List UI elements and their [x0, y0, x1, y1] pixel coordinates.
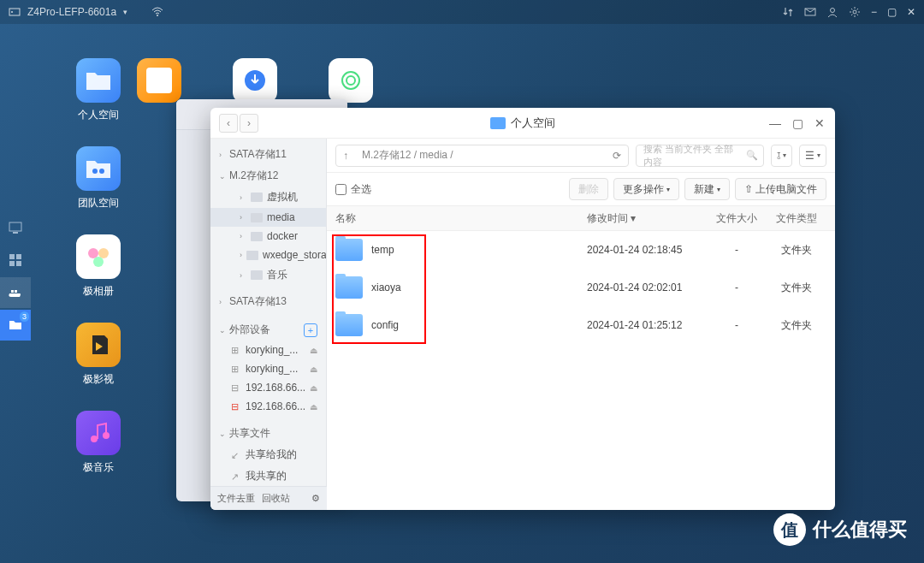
svg-point-5: [853, 10, 856, 14]
sidebar-item-vm[interactable]: ›虚拟机: [210, 187, 326, 208]
select-all-checkbox[interactable]: 全选: [335, 182, 371, 197]
svg-rect-9: [16, 254, 21, 259]
maximize-button[interactable]: ▢: [791, 116, 804, 130]
close-icon[interactable]: ✕: [907, 6, 915, 18]
file-row[interactable]: temp 2024-01-24 02:18:45 - 文件夹: [327, 231, 835, 269]
view-mode-button[interactable]: ☰▾: [799, 145, 826, 167]
svg-point-23: [346, 76, 355, 85]
hostname[interactable]: Z4Pro-LEFP-6601a: [27, 6, 116, 18]
svg-point-16: [88, 248, 98, 258]
settings-icon[interactable]: [849, 6, 861, 18]
user-icon[interactable]: [826, 6, 838, 18]
app-icon-download[interactable]: [233, 58, 277, 103]
fm-titlebar: ‹ › 个人空间 — ▢ ✕: [210, 108, 835, 139]
svg-point-1: [11, 11, 13, 13]
close-button[interactable]: ✕: [813, 116, 826, 130]
folder-icon: [335, 276, 363, 299]
svg-rect-12: [11, 290, 14, 293]
app-icon-1[interactable]: [137, 58, 181, 103]
col-date[interactable]: 修改时间 ▾: [587, 211, 707, 226]
dock-item-docker[interactable]: [0, 277, 31, 308]
desktop-icon-team[interactable]: 团队空间: [68, 146, 128, 210]
transfer-icon[interactable]: [782, 6, 794, 18]
sidebar-item-docker[interactable]: ›docker: [210, 227, 326, 246]
dedup-button[interactable]: 文件去重: [217, 492, 255, 505]
file-row[interactable]: xiaoya 2024-01-24 02:02:01 - 文件夹: [327, 269, 835, 306]
fm-toolbar: ↑ M.2存储12 / media / ⟳ 搜索 当前文件夹 全部内容 ⫱▾ ☰…: [327, 139, 835, 173]
watermark-icon: 值: [773, 513, 806, 546]
search-input[interactable]: 搜索 当前文件夹 全部内容: [636, 145, 764, 167]
svg-point-14: [92, 169, 98, 174]
add-device-button[interactable]: +: [304, 323, 317, 337]
minimize-button[interactable]: —: [768, 116, 782, 130]
fm-toolbar2: 全选 删除 更多操作▾ 新建▾ ⇧ 上传电脑文件: [327, 173, 835, 205]
svg-rect-13: [15, 290, 17, 293]
settings-gear-icon[interactable]: ⚙: [311, 493, 320, 504]
upload-button[interactable]: ⇧ 上传电脑文件: [735, 178, 826, 200]
up-button[interactable]: ↑: [343, 150, 355, 162]
svg-point-19: [91, 436, 98, 442]
app-icon-3[interactable]: [329, 58, 373, 103]
recycle-button[interactable]: 回收站: [262, 492, 290, 505]
maximize-icon[interactable]: ▢: [887, 6, 897, 18]
sidebar-item-music[interactable]: ›音乐: [210, 264, 326, 286]
folder-icon: [335, 239, 363, 261]
svg-rect-8: [9, 254, 15, 259]
sidebar-external[interactable]: ⌄外部设备+: [210, 319, 326, 341]
nav-forward-button[interactable]: ›: [240, 114, 258, 133]
sidebar-shared-to-me[interactable]: ↙共享给我的: [210, 444, 326, 465]
file-manager-window: ‹ › 个人空间 — ▢ ✕ ›SATA存储11 ⌄M.2存储12 ›虚拟机 ›…: [210, 108, 835, 510]
nav-back-button[interactable]: ‹: [219, 114, 238, 133]
svg-point-17: [98, 248, 109, 258]
svg-rect-0: [9, 9, 20, 15]
sidebar-ext-3[interactable]: ⊟192.168.66...⏏: [210, 378, 326, 397]
svg-point-22: [342, 72, 359, 89]
more-actions-button[interactable]: 更多操作▾: [613, 178, 679, 200]
col-type[interactable]: 文件类型: [767, 211, 826, 226]
dock-item-apps[interactable]: [0, 245, 31, 276]
dock-item-files[interactable]: 3: [0, 310, 31, 341]
sidebar-m2-12[interactable]: ⌄M.2存储12: [210, 165, 326, 187]
window-title: 个人空间: [490, 116, 555, 131]
sidebar-ext-1[interactable]: ⊞koryking_...⏏: [210, 341, 326, 359]
sidebar-ext-2[interactable]: ⊞koryking_...⏏: [210, 359, 326, 378]
sidebar-ext-4[interactable]: ⊟192.168.66...⏏: [210, 397, 326, 416]
sidebar-sata13[interactable]: ›SATA存储13: [210, 291, 326, 312]
folder-icon: [490, 117, 506, 129]
topbar: Z4Pro-LEFP-6601a ▾ − ▢ ✕: [0, 0, 924, 24]
desktop-icon-video[interactable]: 极影视: [68, 323, 128, 387]
desktop-icon-photos[interactable]: 极相册: [68, 234, 128, 299]
sidebar-shared-by-me[interactable]: ↗我共享的: [210, 465, 326, 486]
file-row[interactable]: config 2024-01-24 01:25:12 - 文件夹: [327, 306, 835, 344]
col-name[interactable]: 名称: [335, 211, 587, 226]
fm-sidebar: ›SATA存储11 ⌄M.2存储12 ›虚拟机 ›media ›docker ›…: [210, 139, 327, 486]
svg-point-4: [830, 9, 834, 13]
sidebar-shared[interactable]: ⌄共享文件: [210, 423, 326, 444]
svg-rect-6: [9, 222, 21, 231]
file-list: temp 2024-01-24 02:18:45 - 文件夹 xiaoya 20…: [327, 231, 835, 510]
sidebar-item-wxedge[interactable]: ›wxedge_storag: [210, 246, 326, 264]
desktop-icon-personal[interactable]: 个人空间: [68, 58, 128, 122]
dock-item-desktop[interactable]: [0, 212, 31, 243]
sidebar-sata11[interactable]: ›SATA存储11: [210, 144, 326, 165]
svg-rect-11: [16, 261, 21, 266]
svg-point-20: [103, 432, 110, 439]
sort-button[interactable]: ⫱▾: [771, 145, 792, 167]
path-bar[interactable]: ↑ M.2存储12 / media / ⟳: [335, 145, 629, 167]
watermark: 值 什么值得买: [773, 513, 907, 546]
nas-icon: [9, 6, 21, 18]
folder-icon: [335, 314, 363, 336]
svg-point-15: [99, 169, 104, 174]
svg-point-2: [157, 15, 158, 16]
refresh-button[interactable]: ⟳: [613, 150, 621, 162]
wifi-icon: [151, 6, 163, 18]
minimize-icon[interactable]: −: [871, 6, 877, 18]
mail-icon[interactable]: [804, 6, 816, 18]
svg-rect-10: [9, 261, 15, 266]
desktop-icon-music[interactable]: 极音乐: [68, 411, 128, 475]
new-button[interactable]: 新建▾: [684, 178, 730, 200]
col-size[interactable]: 文件大小: [707, 211, 767, 226]
delete-button[interactable]: 删除: [569, 178, 608, 200]
sidebar-item-media[interactable]: ›media: [210, 208, 326, 227]
breadcrumb[interactable]: M.2存储12 / media /: [362, 148, 453, 163]
